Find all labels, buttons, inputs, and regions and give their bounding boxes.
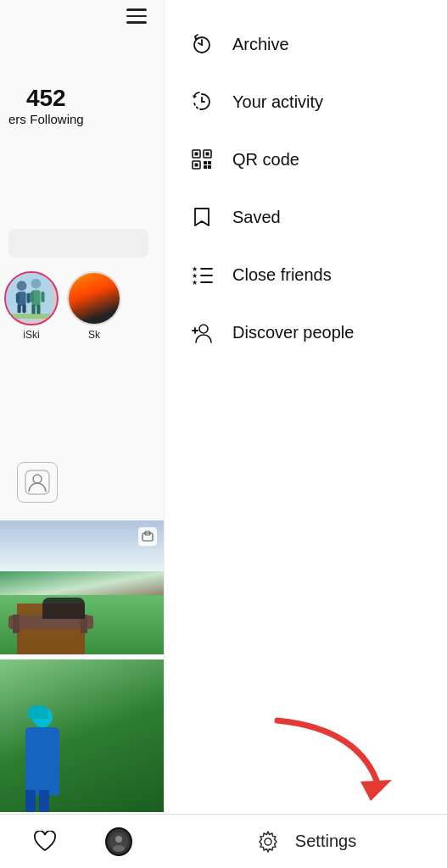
- story-circle-sk: [67, 271, 121, 326]
- close-friends-icon: ★ ★ ★: [188, 261, 215, 288]
- photo-overlay-icon: [138, 527, 157, 546]
- person-icon-box: [17, 462, 58, 503]
- menu-item-qr-code[interactable]: QR code: [165, 131, 447, 188]
- following-count: 452: [8, 85, 84, 112]
- your-activity-icon: [188, 88, 215, 115]
- hamburger-line-1: [126, 8, 147, 11]
- story-circle-iski: [4, 271, 59, 326]
- svg-rect-11: [31, 292, 34, 303]
- menu-item-discover-people[interactable]: Discover people: [165, 303, 447, 361]
- svg-text:★: ★: [192, 279, 198, 287]
- followers-label: ers: [8, 112, 26, 126]
- svg-rect-20: [195, 153, 198, 156]
- qr-code-icon: [188, 146, 215, 173]
- bottom-bar: Settings: [0, 814, 447, 868]
- menu-label-your-activity: Your activity: [232, 92, 323, 112]
- menu-label-discover-people: Discover people: [232, 323, 354, 342]
- menu-label-saved: Saved: [232, 208, 281, 227]
- svg-point-40: [115, 836, 122, 843]
- menu-item-archive[interactable]: Archive: [165, 15, 447, 73]
- settings-label: Settings: [295, 832, 356, 851]
- svg-rect-4: [22, 304, 25, 313]
- svg-point-42: [265, 838, 271, 845]
- svg-point-15: [33, 475, 42, 483]
- svg-rect-27: [204, 165, 207, 169]
- menu-item-close-friends[interactable]: ★ ★ ★ Close friends: [165, 246, 447, 303]
- bottom-left: [0, 828, 164, 855]
- hamburger-line-3: [126, 21, 147, 24]
- story-item-sk[interactable]: Sk: [67, 271, 121, 341]
- bench-leg1: [13, 615, 20, 633]
- story-item-iski[interactable]: iSki: [4, 271, 59, 341]
- following-label: Following: [30, 112, 83, 126]
- red-arrow: [260, 712, 396, 809]
- photo1: [0, 520, 164, 654]
- menu-item-saved[interactable]: Saved: [165, 188, 447, 246]
- discover-people-icon: [188, 319, 215, 346]
- search-bar[interactable]: [8, 229, 148, 258]
- settings-gear-icon[interactable]: [254, 828, 282, 855]
- svg-rect-28: [208, 165, 211, 169]
- svg-rect-24: [195, 164, 198, 167]
- saved-icon: [188, 203, 215, 231]
- svg-rect-13: [6, 314, 52, 319]
- photo2-bg: [0, 659, 164, 812]
- person-icon-area: [17, 462, 58, 503]
- svg-point-7: [31, 279, 42, 289]
- heart-icon[interactable]: [31, 828, 59, 855]
- svg-rect-12: [41, 292, 44, 303]
- following-stat: 452 ers Following: [8, 85, 84, 128]
- profile-circle-icon[interactable]: [105, 828, 132, 855]
- svg-point-41: [113, 845, 125, 852]
- hair: [28, 705, 48, 719]
- hamburger-menu[interactable]: [126, 8, 147, 24]
- svg-rect-22: [206, 153, 210, 156]
- svg-rect-26: [208, 161, 211, 164]
- svg-point-1: [17, 281, 27, 291]
- svg-rect-25: [204, 161, 207, 164]
- leg-left: [25, 790, 36, 812]
- leg-right: [39, 790, 49, 812]
- svg-rect-10: [36, 304, 40, 314]
- svg-rect-3: [18, 304, 21, 313]
- menu-item-your-activity[interactable]: Your activity: [165, 73, 447, 131]
- bottom-right: Settings: [164, 828, 447, 855]
- svg-point-35: [199, 325, 208, 333]
- person-icon: [25, 470, 50, 495]
- svg-rect-6: [26, 293, 30, 303]
- story-label-sk: Sk: [88, 329, 100, 341]
- menu-label-close-friends: Close friends: [232, 265, 332, 285]
- menu-label-archive: Archive: [232, 35, 289, 54]
- jacket: [42, 598, 85, 619]
- svg-rect-5: [16, 293, 20, 303]
- left-panel: 452 ers Following: [0, 0, 164, 868]
- story-row: iSki Sk: [4, 271, 121, 341]
- svg-rect-9: [31, 304, 35, 314]
- photo2-figure: [25, 727, 59, 795]
- svg-rect-16: [142, 533, 153, 541]
- hamburger-line-2: [126, 15, 147, 18]
- photo2: [0, 659, 164, 812]
- svg-marker-38: [360, 780, 392, 801]
- menu-label-qr-code: QR code: [232, 150, 299, 170]
- story-label-iski: iSki: [23, 329, 39, 341]
- archive-icon: [188, 31, 215, 58]
